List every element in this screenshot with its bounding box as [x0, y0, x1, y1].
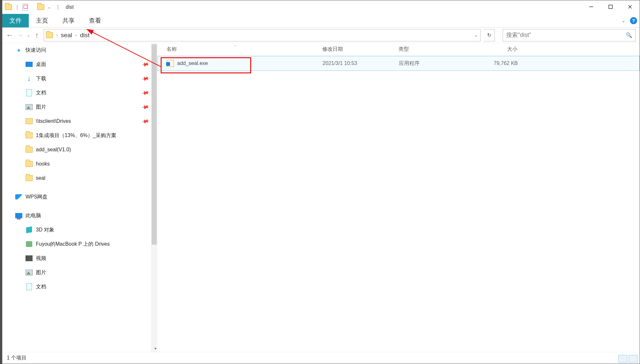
back-button[interactable]: ← [6, 31, 13, 39]
pin-icon: 📌 [141, 74, 149, 83]
pin-icon: 📌 [141, 60, 149, 69]
column-headers: 名称˄ 修改日期 类型 大小 [157, 43, 640, 56]
folder-icon [26, 133, 33, 138]
tree-label: 此电脑 [26, 212, 41, 219]
tree-pictures[interactable]: 图片📌 [2, 100, 157, 114]
network-icon [26, 241, 32, 247]
tree-hooks[interactable]: hooks [2, 157, 157, 171]
tree-addseal[interactable]: add_seal(V1.0) [2, 143, 157, 157]
cube-icon [26, 226, 32, 233]
tree-label: Fuyou的MacBook P 上的 Drives [36, 241, 110, 248]
col-name-label: 名称 [166, 46, 177, 52]
drive-icon [26, 118, 33, 124]
folder-icon [26, 161, 33, 167]
ribbon-collapse-icon[interactable]: ⌄ [621, 17, 625, 24]
search-input[interactable] [506, 30, 626, 41]
refresh-button[interactable]: ↻ [484, 29, 495, 41]
document-icon [26, 283, 32, 290]
pc-icon [15, 213, 22, 218]
col-date[interactable]: 修改日期 [322, 46, 399, 53]
tree-quick-access[interactable]: ★快速访问 [2, 43, 157, 57]
addressbar-folder-icon [46, 32, 53, 38]
tab-home[interactable]: 主页 [29, 14, 55, 27]
chevron-right-icon[interactable]: › [55, 33, 59, 37]
address-bar[interactable]: › seal › dist ⌄ [44, 29, 481, 41]
title-bar: | ⌄ | dist [2, 0, 640, 14]
maximize-button[interactable] [601, 0, 620, 13]
address-dropdown-icon[interactable]: ⌄ [474, 33, 478, 37]
tree-pictures2[interactable]: 图片 [2, 265, 157, 280]
navigation-row: ← → ⌄ ↑ › seal › dist ⌄ ↻ 🔍 [2, 27, 640, 43]
tree-label: 图片 [36, 104, 46, 111]
tree-mac-drives[interactable]: Fuyou的MacBook P 上的 Drives [2, 237, 157, 251]
tree-documents[interactable]: 文档📌 [2, 86, 157, 100]
pin-icon: 📌 [141, 88, 149, 97]
separator: | [55, 4, 60, 10]
folder-icon [26, 175, 33, 181]
qat-item-icon[interactable] [22, 4, 28, 11]
search-icon[interactable]: 🔍 [626, 32, 632, 38]
tree-label: 视频 [36, 255, 46, 262]
scroll-down-icon[interactable]: ▾ [155, 346, 156, 351]
view-details-button[interactable] [618, 355, 627, 363]
pictures-icon [26, 270, 33, 275]
tree-label: \\tsclient\Drives [36, 118, 71, 124]
col-name[interactable]: 名称˄ [157, 46, 322, 53]
tree-label: 图片 [36, 269, 46, 276]
pictures-icon [26, 104, 33, 110]
tree-3d-objects[interactable]: 3D 对象 [2, 223, 157, 237]
tree-scrollbar[interactable]: ▾ [151, 43, 157, 352]
tree-documents2[interactable]: 文档 [2, 280, 157, 294]
history-dropdown-icon[interactable]: ⌄ [27, 33, 30, 37]
pin-icon: 📌 [141, 117, 149, 125]
help-icon[interactable]: ? [630, 17, 637, 24]
status-text: 1 个项目 [7, 355, 27, 361]
tree-label: 1集成项目（13%、6%）_采购方案 [36, 132, 116, 139]
minimize-button[interactable] [581, 0, 601, 13]
separator: | [15, 4, 20, 10]
download-icon: ↓ [26, 75, 33, 82]
breadcrumb-seg2[interactable]: dist [78, 32, 92, 39]
forward-button[interactable]: → [16, 31, 24, 39]
tab-view[interactable]: 查看 [82, 14, 108, 27]
tree-project[interactable]: 1集成项目（13%、6%）_采购方案 [2, 128, 157, 143]
tree-label: 文档 [36, 90, 46, 96]
tree-label: 快速访问 [26, 47, 46, 54]
col-size[interactable]: 大小 [475, 46, 523, 53]
scrollbar-thumb[interactable] [152, 44, 157, 245]
file-size: 79,762 KB [475, 60, 524, 66]
view-icons-button[interactable] [629, 355, 638, 363]
chevron-right-icon[interactable]: › [74, 33, 78, 37]
tree-wps[interactable]: WPS网盘 [2, 190, 157, 204]
tree-seal[interactable]: seal [2, 171, 157, 185]
folder-icon [26, 147, 33, 153]
annotation-box [161, 57, 251, 73]
search-box[interactable]: 🔍 [503, 29, 636, 41]
sort-indicator-icon: ˄ [234, 45, 236, 49]
tree-label: 文档 [36, 284, 46, 290]
wps-icon [15, 194, 22, 199]
tab-share[interactable]: 共享 [55, 14, 82, 27]
tree-tsclient[interactable]: \\tsclient\Drives📌 [2, 114, 157, 128]
close-button[interactable] [620, 0, 640, 13]
tree-video[interactable]: 视频 [2, 251, 157, 265]
desktop-icon [26, 62, 33, 67]
titlebar-folder-icon [5, 4, 12, 10]
tree-label: 下载 [36, 75, 46, 82]
file-date: 2021/3/1 10:53 [323, 60, 399, 66]
tree-downloads[interactable]: ↓下载📌 [2, 71, 157, 86]
window-title: dist [63, 4, 74, 10]
file-type: 应用程序 [399, 60, 475, 67]
tree-desktop[interactable]: 桌面📌 [2, 57, 157, 71]
up-button[interactable]: ↑ [33, 31, 40, 39]
tree-label: WPS网盘 [26, 194, 48, 200]
qat-dropdown-icon[interactable]: ⌄ [47, 5, 53, 9]
tab-file[interactable]: 文件 [2, 14, 29, 27]
pin-icon: 📌 [141, 102, 149, 111]
ribbon-tabs: 文件 主页 共享 查看 ⌄ ? [2, 14, 640, 27]
tree-label: hooks [36, 161, 50, 167]
video-icon [26, 255, 33, 261]
col-type[interactable]: 类型 [399, 46, 475, 53]
breadcrumb-seg1[interactable]: seal [59, 32, 74, 39]
tree-this-pc[interactable]: 此电脑 [2, 209, 157, 223]
